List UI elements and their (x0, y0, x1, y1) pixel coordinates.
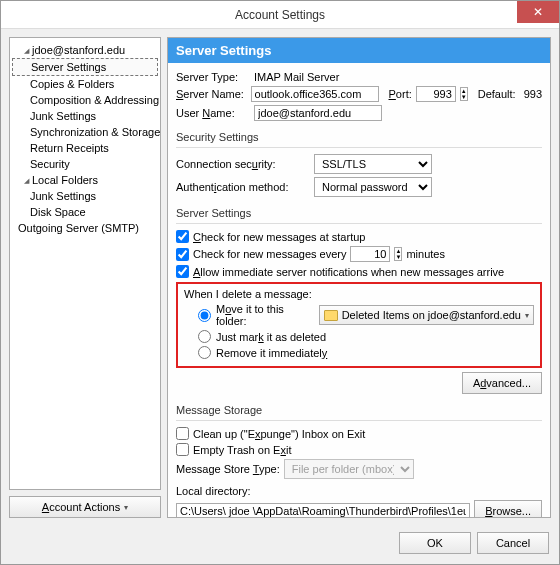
server-name-input[interactable] (251, 86, 379, 102)
check-every-label-post: minutes (406, 248, 445, 260)
divider (176, 147, 542, 148)
server-name-label: Server Name: (176, 88, 247, 100)
auth-method-label: Authentication method: (176, 181, 310, 193)
check-every-checkbox[interactable] (176, 248, 189, 261)
user-name-label: User Name: (176, 107, 250, 119)
account-settings-window: Account Settings ✕ jdoe@stanford.eduServ… (0, 0, 560, 565)
port-input[interactable] (416, 86, 456, 102)
just-mark-label: Just mark it as deleted (216, 331, 326, 343)
window-title: Account Settings (235, 8, 325, 22)
check-every-label-pre: Check for new messages every (193, 248, 346, 260)
divider (176, 420, 542, 421)
server-type-label: Server Type: (176, 71, 250, 83)
tree-item[interactable]: Junk Settings (12, 108, 158, 124)
content-area: jdoe@stanford.eduServer SettingsCopies &… (1, 29, 559, 526)
local-dir-input[interactable] (176, 503, 470, 518)
close-button[interactable]: ✕ (517, 1, 559, 23)
move-folder-label: Move it to this folder: (216, 303, 314, 327)
server-settings-section-title: Server Settings (176, 207, 542, 219)
settings-panel: Server Settings Server Type: IMAP Mail S… (167, 37, 551, 518)
close-icon: ✕ (533, 5, 543, 19)
check-startup-checkbox[interactable] (176, 230, 189, 243)
interval-spinner[interactable]: ▲▼ (394, 247, 402, 261)
allow-notify-checkbox[interactable] (176, 265, 189, 278)
connection-security-select[interactable]: SSL/TLS (314, 154, 432, 174)
remove-now-label: Remove it immediately (216, 347, 327, 359)
tree-item[interactable]: Server Settings (12, 58, 158, 76)
tree-item[interactable]: Junk Settings (12, 188, 158, 204)
check-startup-label: Check for new messages at startup (193, 231, 365, 243)
delete-title: When I delete a message: (184, 288, 534, 300)
allow-notify-label: Allow immediate server notifications whe… (193, 266, 504, 278)
tree-item[interactable]: Synchronization & Storage (12, 124, 158, 140)
store-type-select: File per folder (mbox) (284, 459, 414, 479)
expunge-label: Clean up ("Expunge") Inbox on Exit (193, 428, 365, 440)
remove-now-radio[interactable] (198, 346, 211, 359)
expunge-checkbox[interactable] (176, 427, 189, 440)
server-type-value: IMAP Mail Server (254, 71, 339, 83)
empty-trash-checkbox[interactable] (176, 443, 189, 456)
tree-item[interactable]: Return Receipts (12, 140, 158, 156)
account-actions-button[interactable]: Account Actions ▾ (9, 496, 161, 518)
panel-title: Server Settings (168, 38, 550, 63)
connection-security-label: Connection security: (176, 158, 310, 170)
chevron-down-icon: ▾ (124, 503, 128, 512)
cancel-button[interactable]: Cancel (477, 532, 549, 554)
security-section-title: Security Settings (176, 131, 542, 143)
folder-icon (324, 310, 338, 321)
advanced-button[interactable]: Advanced... (462, 372, 542, 394)
tree-item[interactable]: Disk Space (12, 204, 158, 220)
browse-button[interactable]: Browse... (474, 500, 542, 518)
move-folder-value: Deleted Items on jdoe@stanford.edu (342, 309, 521, 321)
just-mark-radio[interactable] (198, 330, 211, 343)
chevron-down-icon: ▾ (525, 311, 529, 320)
default-port-label: Default: (478, 88, 516, 100)
tree-item[interactable]: Local Folders (12, 172, 158, 188)
move-folder-select[interactable]: Deleted Items on jdoe@stanford.edu ▾ (319, 305, 534, 325)
storage-section-title: Message Storage (176, 404, 542, 416)
tree-item[interactable]: Composition & Addressing (12, 92, 158, 108)
ok-button[interactable]: OK (399, 532, 471, 554)
delete-message-group: When I delete a message: Move it to this… (176, 282, 542, 368)
tree-item[interactable]: jdoe@stanford.edu (12, 42, 158, 58)
default-port-value: 993 (524, 88, 542, 100)
tree-item[interactable]: Copies & Folders (12, 76, 158, 92)
store-type-label: Message Store Type: (176, 463, 280, 475)
move-folder-radio[interactable] (198, 309, 211, 322)
tree-item[interactable]: Outgoing Server (SMTP) (12, 220, 158, 236)
tree-item[interactable]: Security (12, 156, 158, 172)
dialog-footer: OK Cancel (1, 526, 559, 564)
local-dir-label: Local directory: (176, 485, 542, 497)
port-spinner[interactable]: ▲▼ (460, 87, 468, 101)
auth-method-select[interactable]: Normal password (314, 177, 432, 197)
empty-trash-label: Empty Trash on Exit (193, 444, 291, 456)
check-interval-input[interactable] (350, 246, 390, 262)
sidebar: jdoe@stanford.eduServer SettingsCopies &… (9, 37, 161, 518)
account-tree[interactable]: jdoe@stanford.eduServer SettingsCopies &… (9, 37, 161, 490)
port-label: Port: (389, 88, 412, 100)
titlebar: Account Settings ✕ (1, 1, 559, 29)
divider (176, 223, 542, 224)
user-name-input[interactable] (254, 105, 382, 121)
